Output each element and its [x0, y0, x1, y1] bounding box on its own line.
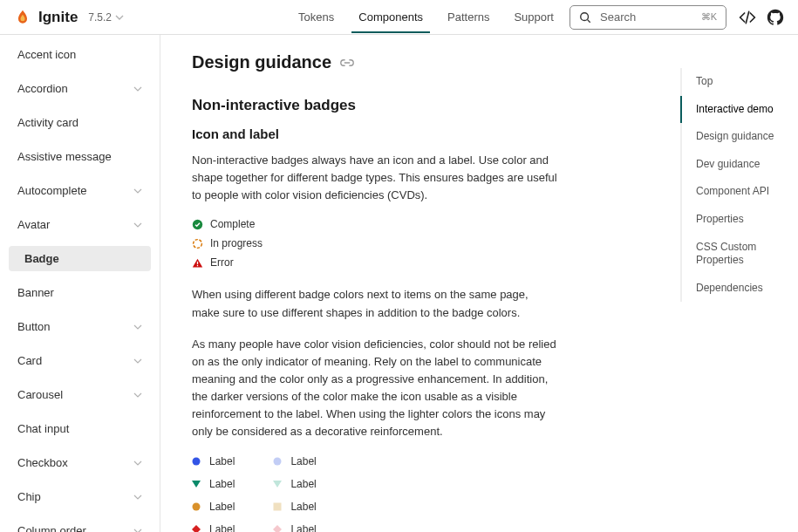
sidebar-item-autocomplete[interactable]: Autocomplete — [9, 178, 151, 203]
paragraph-intro: Non-interactive badges always have an ic… — [192, 152, 558, 204]
sidebar-item-label: Column order — [17, 524, 86, 532]
toc-item-dependencies[interactable]: Dependencies — [680, 275, 798, 303]
check-circle-icon — [192, 219, 203, 230]
layout: Accent iconAccordionActivity cardAssisti… — [0, 35, 798, 532]
sidebar-item-label: Assistive message — [17, 150, 112, 163]
nav-tab-patterns[interactable]: Patterns — [446, 2, 491, 32]
circle-shape-icon — [273, 457, 282, 466]
label-text: Label — [290, 523, 316, 532]
chevron-down-icon — [115, 13, 124, 22]
flame-logo-icon — [14, 9, 31, 26]
badge-label: Error — [210, 256, 234, 269]
section-heading-noninteractive: Non-interactive badges — [192, 97, 558, 114]
sidebar-item-label: Banner — [17, 286, 54, 299]
sidebar-item-chip[interactable]: Chip — [9, 484, 151, 509]
sidebar-item-column-order[interactable]: Column order — [9, 518, 151, 532]
label-text: Label — [290, 501, 316, 513]
label-text: Label — [209, 455, 235, 467]
link-icon[interactable] — [340, 57, 354, 69]
sidebar-item-label: Activity card — [17, 116, 78, 129]
toc-item-component-api[interactable]: Component API — [680, 178, 798, 206]
search-placeholder: Search — [600, 10, 692, 24]
toc-item-properties[interactable]: Properties — [680, 206, 798, 234]
search-icon — [579, 11, 591, 24]
sidebar-item-carousel[interactable]: Carousel — [9, 382, 151, 407]
nav-tab-components[interactable]: Components — [357, 2, 425, 32]
page-heading: Design guidance — [192, 52, 558, 72]
sidebar-item-checkbox[interactable]: Checkbox — [9, 450, 151, 475]
toc-item-css-custom-properties[interactable]: CSS Custom Properties — [680, 234, 798, 275]
sidebar-item-card[interactable]: Card — [9, 348, 151, 373]
version-text: 7.5.2 — [88, 11, 112, 24]
label-text: Label — [209, 501, 235, 513]
toc-item-dev-guidance[interactable]: Dev guidance — [680, 151, 798, 179]
sidebar: Accent iconAccordionActivity cardAssisti… — [0, 35, 160, 532]
svg-rect-3 — [197, 262, 198, 264]
label-item: Label — [192, 523, 235, 532]
sidebar-item-label: Avatar — [17, 218, 50, 231]
square-shape-icon — [273, 502, 282, 511]
label-row: LabelLabel — [192, 455, 558, 467]
sidebar-item-label: Carousel — [17, 388, 63, 401]
sidebar-item-accordion[interactable]: Accordion — [9, 76, 151, 101]
top-header: Ignite 7.5.2 Tokens Components Patterns … — [0, 0, 798, 35]
badge-label: Complete — [210, 218, 255, 230]
chevron-down-icon — [133, 323, 142, 331]
sidebar-item-label: Chip — [17, 490, 41, 503]
svg-rect-8 — [274, 502, 282, 510]
sidebar-item-label: Accordion — [17, 82, 68, 95]
search-shortcut: ⌘K — [701, 11, 717, 23]
label-item: Label — [273, 455, 316, 467]
header-icons — [739, 9, 784, 26]
nav-tabs: Tokens Components Patterns Support — [297, 2, 556, 32]
svg-point-7 — [193, 502, 201, 510]
sidebar-item-label: Accent icon — [17, 48, 76, 61]
label-text: Label — [290, 455, 316, 467]
circle-shape-icon — [192, 457, 201, 466]
svg-point-0 — [581, 12, 589, 20]
svg-point-2 — [194, 240, 202, 249]
sidebar-item-badge[interactable]: Badge — [9, 246, 151, 271]
sidebar-item-banner[interactable]: Banner — [9, 280, 151, 305]
github-icon[interactable] — [767, 9, 784, 26]
chevron-down-icon — [133, 221, 142, 229]
label-row: LabelLabel — [192, 523, 558, 532]
chevron-down-icon — [133, 187, 142, 195]
sidebar-item-assistive-message[interactable]: Assistive message — [9, 144, 151, 169]
toc-item-interactive-demo[interactable]: Interactive demo — [680, 96, 798, 124]
badge-error: Error — [192, 256, 558, 269]
chevron-down-icon — [133, 493, 142, 501]
toc-item-design-guidance[interactable]: Design guidance — [680, 123, 798, 151]
label-item: Label — [273, 523, 316, 532]
svg-rect-4 — [197, 265, 198, 266]
nav-tab-support[interactable]: Support — [512, 2, 556, 32]
search-box[interactable]: Search ⌘K — [570, 5, 726, 30]
sidebar-item-chat-input[interactable]: Chat input — [9, 416, 151, 441]
paragraph-cvd: As many people have color vision deficie… — [192, 336, 558, 441]
label-item: Label — [192, 455, 235, 467]
sidebar-item-accent-icon[interactable]: Accent icon — [9, 42, 151, 67]
circle-shape-icon — [192, 502, 201, 511]
paragraph-shapes: When using different badge colors next t… — [192, 286, 558, 321]
nav-tab-tokens[interactable]: Tokens — [297, 2, 336, 32]
page-toc: TopInteractive demoDesign guidanceDev gu… — [680, 61, 798, 309]
toc-item-top[interactable]: Top — [680, 68, 798, 96]
sidebar-item-avatar[interactable]: Avatar — [9, 212, 151, 237]
code-icon[interactable] — [739, 9, 756, 26]
version-selector[interactable]: 7.5.2 — [88, 11, 124, 24]
badge-label: In progress — [210, 237, 263, 249]
badge-complete: Complete — [192, 218, 558, 230]
label-item: Label — [273, 501, 316, 513]
label-row: LabelLabel — [192, 478, 558, 490]
sidebar-item-label: Badge — [24, 252, 59, 265]
sidebar-item-activity-card[interactable]: Activity card — [9, 110, 151, 135]
chevron-down-icon — [133, 459, 142, 467]
main-content: Design guidance Non-interactive badges I… — [160, 35, 590, 532]
label-item: Label — [192, 478, 235, 490]
svg-point-5 — [193, 457, 201, 465]
warning-triangle-icon — [192, 257, 203, 269]
sidebar-item-button[interactable]: Button — [9, 314, 151, 339]
label-shape-grid: LabelLabelLabelLabelLabelLabelLabelLabel — [192, 455, 558, 532]
label-item: Label — [273, 478, 316, 490]
logo-group[interactable]: Ignite — [14, 9, 78, 26]
